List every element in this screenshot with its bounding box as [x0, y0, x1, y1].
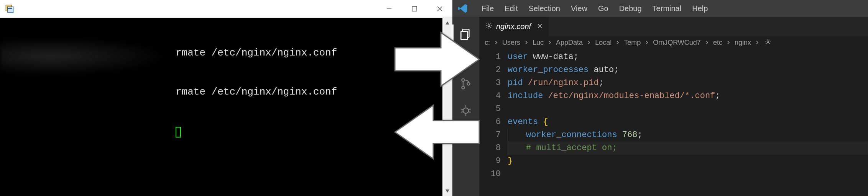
menu-terminal[interactable]: Terminal	[647, 0, 687, 17]
line-number: 10	[479, 168, 501, 181]
indent-guide	[508, 129, 526, 142]
minimize-button[interactable]	[376, 0, 402, 18]
vscode-menubar: FileEditSelectionViewGoDebugTerminalHelp	[452, 0, 868, 17]
token-directive: include	[508, 91, 543, 101]
chevron-right-icon	[724, 40, 733, 45]
breadcrumb-segment[interactable]: Users	[502, 39, 520, 47]
token-punct: ;	[637, 130, 642, 140]
scroll-down-icon[interactable]	[442, 186, 452, 196]
token-directive: events	[508, 117, 538, 127]
code-line[interactable]	[508, 103, 868, 116]
tab-filename: nginx.conf	[496, 22, 531, 31]
close-button[interactable]	[427, 0, 452, 18]
breadcrumb-segment[interactable]: Local	[595, 39, 612, 47]
token-brace: }	[508, 156, 513, 166]
svg-marker-8	[446, 189, 449, 193]
arrow-right-icon	[391, 27, 483, 92]
code-content[interactable]: user www-data;worker_processes auto;pid …	[508, 49, 868, 196]
svg-point-29	[767, 41, 769, 42]
token-punct: ;	[574, 52, 579, 62]
breadcrumb-segment[interactable]: etc	[713, 39, 722, 47]
close-icon[interactable]	[537, 23, 542, 31]
token-path: /run/nginx.pid	[528, 78, 599, 88]
chevron-right-icon	[753, 40, 762, 45]
breadcrumb-segment[interactable]: Temp	[624, 39, 641, 47]
code-line[interactable]: # multi_accept on;	[508, 142, 868, 155]
breadcrumb-segment[interactable]: nginx	[735, 39, 751, 47]
putty-body: rmate /etc/nginx/nginx.conf rmate /etc/n…	[0, 18, 452, 196]
gear-icon	[485, 22, 492, 31]
vscode-logo-icon	[457, 3, 469, 14]
menu-go[interactable]: Go	[593, 0, 614, 17]
menu-edit[interactable]: Edit	[499, 0, 523, 17]
token-number: 768	[622, 130, 638, 140]
svg-marker-7	[446, 21, 449, 24]
token-directive: worker_processes	[508, 65, 589, 75]
putty-window: rmate /etc/nginx/nginx.conf rmate /etc/n…	[0, 0, 452, 196]
chevron-right-icon	[492, 40, 501, 45]
tab-nginx-conf[interactable]: nginx.conf	[479, 17, 549, 36]
menu-selection[interactable]: Selection	[523, 0, 566, 17]
svg-rect-1	[8, 7, 13, 13]
code-editor[interactable]: 12345678910 user www-data;worker_process…	[479, 49, 868, 196]
code-line[interactable]: pid /run/nginx.pid;	[508, 77, 868, 90]
svg-rect-4	[412, 7, 417, 11]
code-line[interactable]: events {	[508, 116, 868, 129]
chevron-right-icon	[545, 40, 554, 45]
terminal-cursor	[176, 127, 181, 137]
breadcrumb-segment[interactable]: OmJQRWCud7	[653, 39, 701, 47]
svg-point-26	[488, 24, 490, 26]
code-line[interactable]: worker_connections 768;	[508, 129, 868, 142]
vscode-window: FileEditSelectionViewGoDebugTerminalHelp	[452, 0, 868, 196]
menu-file[interactable]: File	[476, 0, 499, 17]
token: www-data	[533, 52, 574, 62]
chevron-right-icon	[522, 40, 531, 45]
menu-help[interactable]: Help	[687, 0, 713, 17]
menu-debug[interactable]: Debug	[614, 0, 647, 17]
breadcrumb[interactable]: c:UsersLucAppDataLocalTempOmJQRWCud7etcn…	[479, 36, 868, 49]
breadcrumb-segment[interactable]: Luc	[533, 39, 544, 47]
maximize-button[interactable]	[402, 0, 427, 18]
token-punct: ;	[715, 91, 720, 101]
arrow-left-icon	[391, 100, 483, 165]
token-punct: ;	[614, 65, 619, 75]
chevron-right-icon	[642, 40, 651, 45]
token-directive: worker_connections	[526, 130, 617, 140]
code-line[interactable]: include /etc/nginx/modules-enabled/*.con…	[508, 90, 868, 103]
putty-titlebar[interactable]	[0, 0, 452, 18]
code-line[interactable]	[508, 168, 868, 181]
chevron-right-icon	[702, 40, 712, 45]
token-path: /etc/nginx/modules-enabled/*.conf	[548, 91, 715, 101]
gear-icon[interactable]	[765, 39, 771, 47]
editor-tabs: nginx.conf	[479, 17, 868, 36]
code-line[interactable]: }	[508, 155, 868, 168]
terminal-redacted-area	[0, 18, 176, 196]
chevron-right-icon	[584, 40, 593, 45]
token-punct: ;	[599, 78, 604, 88]
token: auto	[593, 65, 614, 75]
breadcrumb-segment[interactable]: AppData	[556, 39, 583, 47]
token-directive: user	[508, 52, 528, 62]
code-line[interactable]: worker_processes auto;	[508, 64, 868, 77]
putty-app-icon	[5, 4, 15, 14]
breadcrumb-segment[interactable]: c:	[485, 39, 490, 47]
token-brace: {	[543, 117, 548, 127]
token-directive: pid	[508, 78, 523, 88]
indent-guide	[508, 142, 526, 155]
line-gutter: 12345678910	[479, 49, 508, 196]
menu-view[interactable]: View	[566, 0, 593, 17]
code-line[interactable]: user www-data;	[508, 51, 868, 64]
token-comment: # multi_accept on;	[526, 143, 617, 153]
chevron-right-icon	[613, 40, 622, 45]
